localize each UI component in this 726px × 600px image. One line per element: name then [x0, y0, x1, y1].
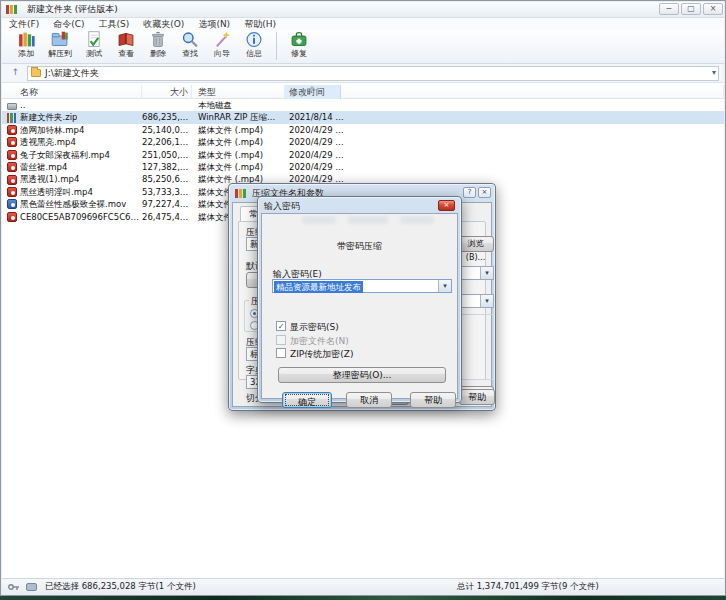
menu-commands[interactable]: 命令(C)	[46, 18, 91, 31]
banner-text: 带密码压缩	[262, 240, 457, 253]
winrar-app-icon	[6, 5, 18, 14]
disk-icon	[26, 582, 37, 592]
table-row[interactable]: .. 本地磁盘	[2, 99, 724, 111]
zip-legacy-checkbox[interactable]	[276, 348, 286, 358]
archive-help-button[interactable]: 帮助	[459, 389, 495, 405]
ghost-artifact	[400, 216, 434, 224]
table-row-selected[interactable]: 新建文件夹.zip 686,235,0... WinRAR ZIP 压缩... …	[2, 111, 724, 123]
status-total-text: 总计 1,374,701,499 字节(9 个文件)	[457, 581, 599, 593]
file-list-header: 名称 大小 类型 修改时间	[2, 85, 724, 99]
view-button[interactable]: 查看	[110, 30, 142, 63]
password-combobox[interactable]: 精品资源最新地址发布 ▾	[272, 279, 452, 293]
menu-file[interactable]: 文件(F)	[2, 18, 46, 31]
address-path: J:\新建文件夹	[45, 67, 99, 80]
key-icon	[8, 582, 20, 592]
media-file-icon	[7, 187, 17, 197]
test-button[interactable]: 测试	[78, 30, 110, 63]
address-bar: ↑ J:\新建文件夹 ▾	[2, 64, 724, 83]
zip-legacy-label: ZIP传统加密(Z)	[290, 348, 353, 361]
organize-passwords-button[interactable]: 整理密码(O)...	[278, 367, 446, 383]
wizard-wand-icon	[212, 30, 232, 49]
column-header-modified[interactable]: 修改时间	[285, 85, 341, 99]
column-header-size[interactable]: 大小	[142, 85, 192, 99]
screen: 新建文件夹 (评估版本) ─ ▢ × 文件(F) 命令(C) 工具(S) 收藏夹…	[0, 0, 726, 600]
media-file-icon	[7, 125, 17, 135]
password-ok-button[interactable]: 确定	[282, 392, 332, 408]
menu-tools[interactable]: 工具(S)	[92, 18, 137, 31]
table-row[interactable]: 蕾丝裙.mp4 127,382,8... 媒体文件 (.mp4) 2020/4/…	[2, 161, 724, 173]
info-button[interactable]: 信息	[238, 30, 270, 63]
table-row[interactable]: 透视黑亮.mp4 22,206,106 媒体文件 (.mp4) 2020/4/2…	[2, 136, 724, 148]
close-button[interactable]: ×	[703, 3, 723, 15]
menu-options[interactable]: 选项(N)	[191, 18, 237, 31]
menu-bar: 文件(F) 命令(C) 工具(S) 收藏夹(O) 选项(N) 帮助(H)	[2, 18, 724, 30]
find-magnifier-icon	[180, 30, 200, 49]
delete-button[interactable]: 删除	[142, 30, 174, 63]
wizard-button[interactable]: 向导	[206, 30, 238, 63]
status-bar: 已经选择 686,235,028 字节(1 个文件) 总计 1,374,701,…	[2, 578, 724, 594]
column-header-name[interactable]: 名称	[2, 85, 142, 99]
folder-icon	[31, 69, 41, 77]
minimize-button[interactable]: ─	[659, 3, 679, 15]
test-document-icon	[84, 30, 104, 49]
menu-favorites[interactable]: 收藏夹(O)	[136, 18, 191, 31]
add-button[interactable]: 添加	[10, 30, 42, 63]
password-cancel-button[interactable]: 取消	[346, 392, 392, 408]
show-password-label: 显示密码(S)	[290, 321, 339, 334]
add-books-icon	[16, 30, 36, 49]
maximize-button[interactable]: ▢	[681, 3, 701, 15]
toolbar-separator	[276, 32, 277, 60]
media-file-icon	[7, 162, 17, 172]
password-dialog-body: 带密码压缩 输入密码(E) 精品资源最新地址发布 ▾ ✓ 显示密码(S) 加密文…	[261, 213, 458, 399]
ghost-artifact	[348, 216, 388, 224]
chevron-down-icon: ▾	[480, 267, 493, 279]
extract-to-button[interactable]: 解压到	[42, 30, 78, 63]
repair-button[interactable]: 修复	[283, 30, 315, 63]
media-file-icon	[7, 175, 17, 185]
address-field[interactable]: J:\新建文件夹 ▾	[27, 66, 719, 81]
toolbar: 添加 解压到 测试	[2, 30, 724, 64]
zip-archive-icon	[7, 113, 17, 123]
repair-toolbox-icon	[289, 30, 309, 49]
info-circle-icon	[244, 30, 264, 49]
chevron-down-icon: ▾	[480, 295, 493, 307]
extract-folder-icon	[50, 30, 70, 49]
column-header-type[interactable]: 类型	[192, 85, 285, 99]
media-file-icon	[7, 150, 17, 160]
show-password-checkbox[interactable]: ✓	[276, 321, 286, 331]
ghost-artifact	[302, 216, 336, 224]
dialog-help-icon[interactable]: ?	[463, 187, 476, 198]
password-selected-text: 精品资源最新地址发布	[274, 281, 363, 293]
encrypt-names-checkbox[interactable]	[276, 335, 286, 345]
chevron-down-icon: ▾	[438, 280, 451, 292]
encrypt-names-label: 加密文件名(N)	[290, 335, 349, 348]
password-help-button[interactable]: 帮助	[410, 392, 456, 408]
media-file-icon	[7, 212, 17, 222]
table-row[interactable]: 兔子女郎深夜福利.mp4 251,050,4... 媒体文件 (.mp4) 20…	[2, 149, 724, 161]
column-header-filler	[341, 85, 724, 99]
delete-trash-icon	[148, 30, 168, 49]
table-row[interactable]: 渔网加特林.mp4 25,140,070 媒体文件 (.mp4) 2020/4/…	[2, 124, 724, 136]
find-button[interactable]: 查找	[174, 30, 206, 63]
browse-button[interactable]: 浏览(B)...	[457, 236, 494, 252]
media-file-icon	[7, 137, 17, 147]
password-dialog-title: 输入密码	[264, 200, 300, 213]
password-close-icon[interactable]: ×	[438, 200, 455, 211]
winrar-dialog-icon	[235, 189, 247, 198]
title-bar: 新建文件夹 (评估版本)	[2, 2, 724, 18]
up-one-level-button[interactable]: ↑	[8, 66, 23, 80]
drive-icon	[7, 103, 17, 110]
dialog-close-icon[interactable]: ×	[478, 187, 491, 198]
view-book-icon	[116, 30, 136, 49]
status-selected-text: 已经选择 686,235,028 字节(1 个文件)	[45, 581, 196, 593]
password-dialog: 输入密码 × 带密码压缩 输入密码(E) 精品资源最新地址发布 ▾ ✓ 显示密码…	[257, 196, 462, 403]
address-dropdown-icon[interactable]: ▾	[712, 68, 716, 77]
menu-help[interactable]: 帮助(H)	[237, 18, 283, 31]
password-dialog-title-bar: 输入密码	[264, 200, 300, 213]
media-file-icon	[7, 199, 17, 209]
window-title: 新建文件夹 (评估版本)	[27, 3, 118, 16]
